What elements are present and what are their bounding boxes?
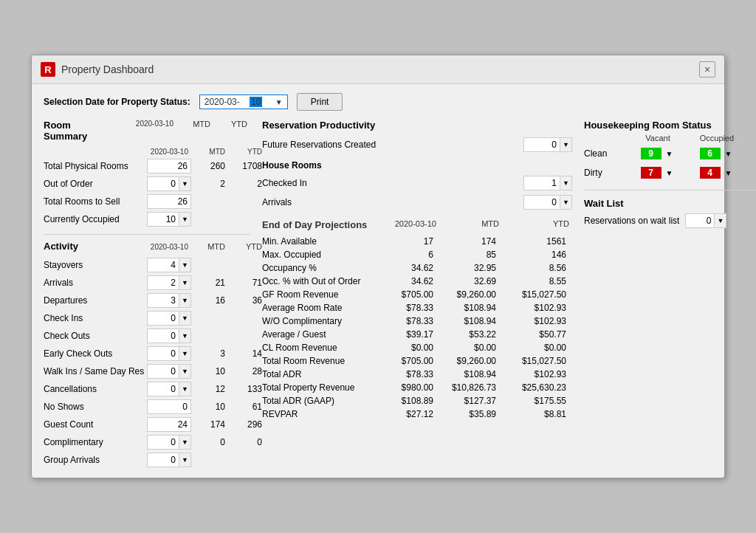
cancellations-dropdown[interactable]: ▼ [179,382,191,396]
table-row: Occupancy % 34.62 32.95 8.56 [262,261,572,275]
hk-vacant-col: Vacant [628,134,687,142]
row-label: No Shows [44,402,147,412]
stayovers-dropdown[interactable]: ▼ [179,258,191,272]
hr-arrivals-val[interactable]: 0 [523,195,560,210]
table-row: Departures 3 ▼ 16 36 [44,292,250,309]
wait-list-val[interactable]: 0 [685,213,715,228]
clean-occupied-dropdown[interactable]: ▼ [723,146,735,161]
cancellations-val[interactable]: 0 [147,382,179,396]
housekeeping-section: Housekeeping Room Status Vacant Occupied… [584,120,756,182]
table-row: Early Check Outs 0 ▼ 3 14 [44,345,250,362]
room-summary-title: Room Summary [44,120,96,142]
walk-ins-group: 0 ▼ [147,364,191,379]
check-ins-dropdown[interactable]: ▼ [179,311,191,326]
hk-occupied-col: Occupied [687,134,746,142]
departures-val[interactable]: 3 [147,293,179,308]
early-check-outs-group: 0 ▼ [147,346,191,361]
total-physical-rooms-val[interactable]: 26 [147,159,191,173]
res-productivity-section: Reservation Productivity Future Reservat… [262,120,572,212]
group-arrivals-val[interactable]: 0 [147,453,179,467]
table-row: Total Rooms to Sell 26 [44,193,250,210]
table-row: Arrivals 0 ▼ [262,193,572,212]
date-dropdown-icon[interactable]: ▼ [275,98,283,106]
stayovers-val[interactable]: 4 [147,258,179,272]
eod-val: $39.17 [380,329,439,340]
group-arrivals-group: 0 ▼ [147,453,191,467]
print-button[interactable]: Print [297,93,343,111]
walk-ins-val[interactable]: 0 [147,364,179,379]
eod-val: 32.69 [439,276,502,286]
wait-list-title: Wait List [584,198,756,209]
eod-date-header: 2020-03-10 [380,219,439,233]
complimentary-dropdown[interactable]: ▼ [179,435,191,450]
eod-val: 8.55 [502,276,572,286]
row-label: Checked In [262,178,518,188]
row-label: Group Arrivals [44,455,147,465]
header-row: Selection Date for Property Status: 2020… [44,93,712,111]
checked-in-dropdown[interactable]: ▼ [560,176,572,190]
early-check-outs-dropdown[interactable]: ▼ [179,346,191,361]
guest-count-val[interactable]: 24 [147,417,191,432]
arrivals-dropdown[interactable]: ▼ [179,275,191,290]
checked-in-val[interactable]: 1 [523,176,560,190]
wait-list-section: Wait List Reservations on wait list 0 ▼ [584,198,756,228]
out-of-order-val[interactable]: 0 [147,176,179,191]
wait-list-label: Reservations on wait list [584,216,679,226]
row-label: Complimentary [44,437,147,447]
row-label: Check Ins [44,313,147,323]
row-label: Guest Count [44,419,147,430]
currently-occupied-val[interactable]: 10 [147,212,179,227]
eod-val: $27.12 [380,409,439,419]
dirty-vacant-dropdown[interactable]: ▼ [664,165,676,180]
dirty-occupied-dropdown[interactable]: ▼ [723,165,735,180]
table-row: Future Reservations Created 0 ▼ [262,135,572,154]
close-button[interactable]: × [699,61,715,78]
clean-occupied-group: 6 ▼ [687,146,746,161]
future-res-val[interactable]: 0 [523,137,560,152]
eod-val: $25,630.23 [502,382,572,393]
departures-dropdown[interactable]: ▼ [179,293,191,308]
future-res-dropdown[interactable]: ▼ [560,137,572,152]
eod-val: $705.00 [380,356,439,366]
early-check-outs-val[interactable]: 0 [147,346,179,361]
wait-list-dropdown[interactable]: ▼ [715,213,726,228]
date-input-field[interactable]: 2020-03-10 ▼ [199,94,288,109]
check-ins-val[interactable]: 0 [147,311,179,326]
eod-val: $108.94 [439,303,502,313]
table-row: Cancellations 0 ▼ 12 133 [44,380,250,398]
row-label: CL Room Revenue [262,343,380,353]
eod-val: 8.56 [502,263,572,273]
out-of-order-dropdown[interactable]: ▼ [179,176,191,191]
no-shows-val[interactable]: 0 [147,399,191,414]
app-icon: R [41,62,55,77]
currently-occupied-group: 10 ▼ [147,212,191,227]
eod-val: 32.95 [439,263,502,273]
eod-val: 174 [439,236,502,247]
table-row: Total Property Revenue $980.00 $10,826.7… [262,381,572,394]
group-arrivals-dropdown[interactable]: ▼ [179,453,191,467]
clean-vacant-dropdown[interactable]: ▼ [664,146,676,161]
hr-arrivals-dropdown[interactable]: ▼ [560,195,572,210]
rs-mtd-header: MTD [191,148,228,156]
total-rooms-sell-val[interactable]: 26 [147,194,191,209]
table-row: Occ. % with Out of Order 34.62 32.69 8.5… [262,275,572,288]
eod-val: $78.33 [380,369,439,379]
ooo-mtd: 2 [191,179,228,189]
rs-ytd-header: YTD [228,148,265,156]
check-outs-val[interactable]: 0 [147,329,179,343]
walk-ins-dropdown[interactable]: ▼ [179,364,191,379]
row-label: Dirty [584,168,628,178]
eod-val: $9,260.00 [439,356,502,366]
table-row: Clean 9 ▼ 6 ▼ [584,144,756,163]
row-label: Stayovers [44,260,147,270]
wait-list-row: Reservations on wait list 0 ▼ [584,213,756,228]
row-label: W/O Complimentary [262,316,380,326]
row-label: Arrivals [44,278,147,288]
eod-val: 146 [502,250,572,260]
currently-occupied-dropdown[interactable]: ▼ [179,212,191,227]
complimentary-val[interactable]: 0 [147,435,179,450]
tpr-ytd: 1708 [228,161,265,171]
arrivals-val[interactable]: 2 [147,275,179,290]
check-outs-dropdown[interactable]: ▼ [179,329,191,343]
clean-vacant-group: 9 ▼ [628,146,687,161]
